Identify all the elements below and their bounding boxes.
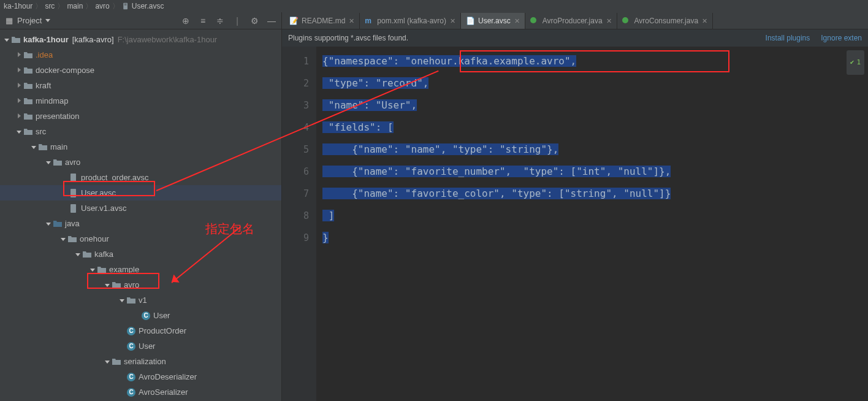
close-icon[interactable]: ✕ — [606, 17, 612, 25]
folder-icon — [23, 112, 33, 121]
bc-0[interactable]: ka-1hour — [4, 2, 32, 10]
run-gutter-icon — [622, 17, 628, 23]
tree-root[interactable]: kafka-1hour [kafka-avro] F:\javawebwork\… — [0, 32, 281, 47]
tab-producer[interactable]: AvroProducer.java✕ — [525, 13, 617, 29]
code-line-9: } — [322, 232, 329, 243]
gutter: 123456789 — [282, 47, 316, 401]
code-line-7: {"name": "favorite_color", "type": ["str… — [322, 188, 671, 199]
package-icon — [82, 250, 92, 259]
hide-icon[interactable]: — — [267, 16, 276, 26]
code-line-1: {"namespace": "onehour.kafka.example.avr… — [322, 55, 576, 67]
tree-avro-pkg[interactable]: avro — [0, 277, 281, 292]
tree-v1[interactable]: v1 — [0, 292, 281, 308]
tree-class-product[interactable]: CProductOrder — [0, 323, 281, 338]
tree-main[interactable]: main — [0, 139, 281, 155]
close-icon[interactable]: ✕ — [702, 17, 707, 25]
tree-idea[interactable]: .idea — [0, 47, 281, 63]
folder-icon — [11, 35, 21, 45]
tree-file-product-order[interactable]: product_order.avsc — [0, 170, 281, 185]
tree-java[interactable]: java — [0, 216, 281, 231]
class-icon: C — [141, 311, 151, 321]
code-line-2: "type": "record", — [322, 77, 428, 89]
tree-class-user-v1[interactable]: CUser — [0, 308, 281, 323]
package-icon — [67, 234, 77, 244]
sidebar-title[interactable]: Project — [17, 16, 42, 25]
class-icon: C — [126, 388, 136, 397]
tree-presentation[interactable]: presentation — [0, 109, 281, 124]
tree-class-deser[interactable]: CAvroDeserializer — [0, 369, 281, 384]
class-icon: C — [126, 342, 136, 351]
code-line-8: ] — [322, 210, 334, 221]
bc-2[interactable]: main — [67, 2, 83, 10]
package-icon — [97, 265, 107, 275]
run-gutter-icon — [530, 17, 536, 23]
code-line-4: "fields": [ — [322, 121, 394, 133]
collapse-all-icon[interactable]: ≑ — [215, 16, 225, 26]
folder-icon — [23, 81, 33, 91]
folder-icon — [23, 127, 33, 137]
package-icon — [112, 357, 121, 367]
ignore-extension-link[interactable]: Ignore exten — [821, 34, 862, 42]
class-icon: C — [126, 372, 136, 382]
code-content[interactable]: {"namespace": "onehour.kafka.example.avr… — [316, 47, 868, 401]
install-plugins-link[interactable]: Install plugins — [766, 34, 810, 42]
package-icon — [112, 280, 121, 290]
file-icon — [69, 173, 78, 183]
tree-kraft[interactable]: kraft — [0, 78, 281, 93]
markdown-icon: 📝 — [289, 17, 298, 25]
expand-all-icon[interactable]: ≡ — [198, 16, 208, 26]
chevron-down-icon[interactable] — [45, 19, 50, 22]
editor-tabs: 📝README.md✕ mpom.xml (kafka-avro)✕ 📄User… — [282, 12, 868, 29]
sidebar-header: ▦ Project ⊕ ≡ ≑ | ⚙ — — [0, 12, 281, 29]
code-line-6: {"name": "favorite_number", "type": ["in… — [322, 166, 671, 177]
inspection-widget[interactable]: ✔ 1 — [847, 50, 864, 75]
tree-docker[interactable]: docker-compose — [0, 63, 281, 78]
tree-file-user-avsc[interactable]: User.avsc — [0, 185, 281, 200]
tab-pom[interactable]: mpom.xml (kafka-avro)✕ — [360, 13, 461, 29]
tree-serialization[interactable]: serialization — [0, 354, 281, 369]
tree-class-user[interactable]: CUser — [0, 338, 281, 354]
close-icon[interactable]: ✕ — [514, 17, 520, 25]
file-icon — [69, 188, 78, 198]
package-icon — [126, 296, 136, 305]
code-editor[interactable]: 123456789 {"namespace": "onehour.kafka.e… — [282, 47, 868, 401]
tree-example[interactable]: example — [0, 262, 281, 277]
close-icon[interactable]: ✕ — [349, 17, 354, 25]
svg-rect-1 — [124, 4, 126, 4]
bc-3[interactable]: avro — [95, 2, 109, 10]
tab-user-avsc[interactable]: 📄User.avsc✕ — [461, 13, 525, 29]
bc-1[interactable]: src — [45, 2, 55, 10]
svg-rect-3 — [70, 174, 76, 182]
breadcrumb-bar: ka-1hour〉 src〉 main〉 avro〉 User.avsc — [0, 0, 868, 12]
folder-icon — [38, 142, 48, 152]
svg-rect-4 — [70, 189, 76, 197]
code-line-5: {"name": "name", "type": "string"}, — [322, 143, 558, 155]
folder-icon — [53, 158, 63, 167]
tree-file-user-v1[interactable]: User.v1.avsc — [0, 200, 281, 216]
tree-avro[interactable]: avro — [0, 155, 281, 170]
code-line-3: "name": "User", — [322, 99, 417, 111]
folder-icon — [23, 96, 33, 106]
file-icon: 📄 — [466, 17, 474, 25]
tab-readme[interactable]: 📝README.md✕ — [284, 13, 360, 29]
close-icon[interactable]: ✕ — [450, 17, 455, 25]
class-icon: C — [126, 326, 136, 336]
project-icon: ▦ — [5, 17, 13, 25]
maven-icon: m — [365, 17, 373, 25]
project-sidebar: ▦ Project ⊕ ≡ ≑ | ⚙ — kafka-1hour [kafka… — [0, 12, 282, 401]
svg-rect-5 — [70, 204, 76, 213]
bc-file[interactable]: User.avsc — [122, 2, 164, 10]
tree-src[interactable]: src — [0, 124, 281, 139]
svg-rect-2 — [124, 5, 126, 6]
tree-onehour[interactable]: onehour — [0, 231, 281, 246]
plugin-notification: Plugins supporting *.avsc files found. I… — [282, 29, 868, 47]
tree-kafka[interactable]: kafka — [0, 246, 281, 262]
select-opened-file-icon[interactable]: ⊕ — [181, 16, 191, 26]
project-tree[interactable]: kafka-1hour [kafka-avro] F:\javawebwork\… — [0, 29, 281, 401]
tab-consumer[interactable]: AvroConsumer.java✕ — [617, 13, 714, 29]
folder-icon — [53, 219, 63, 229]
tree-mindmap[interactable]: mindmap — [0, 93, 281, 109]
gear-icon[interactable]: ⚙ — [249, 16, 259, 26]
tree-class-ser[interactable]: CAvroSerializer — [0, 384, 281, 400]
editor-panel: 📝README.md✕ mpom.xml (kafka-avro)✕ 📄User… — [282, 12, 868, 401]
